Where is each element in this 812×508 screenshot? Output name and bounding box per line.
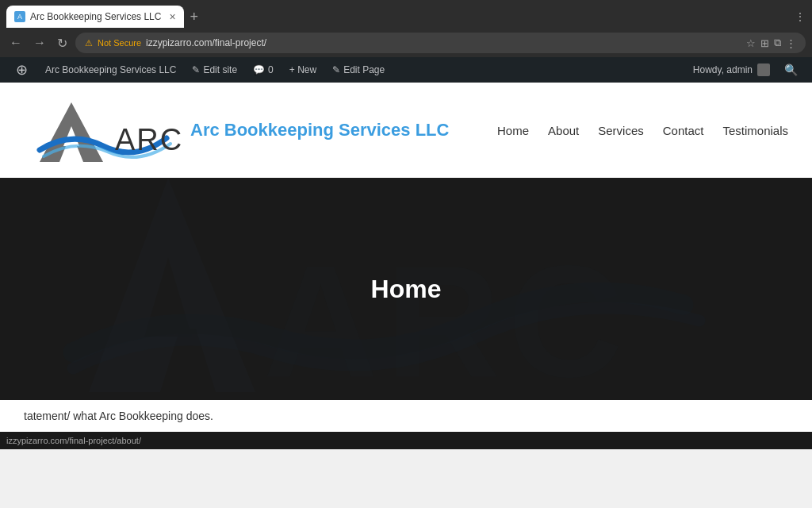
wp-comments-count: 0 (268, 64, 274, 75)
site-header: ARC Arc Bookkeeping Services LLC Home Ab… (0, 83, 812, 178)
wp-site-name-label: Arc Bookkeeping Services LLC (45, 64, 176, 75)
wp-edit-site-label: Edit site (203, 64, 237, 75)
forward-button[interactable]: → (30, 34, 49, 52)
reload-button[interactable]: ↻ (54, 34, 71, 52)
wp-admin-bar: ⊕ Arc Bookkeeping Services LLC ✎ Edit si… (0, 57, 812, 83)
address-bar[interactable]: ⚠ Not Secure izzypizarro.com/final-proje… (75, 33, 806, 53)
tab-title: Arc Bookkeeping Services LLC (30, 11, 161, 22)
tab-bar: A Arc Bookkeeping Services LLC × + ⋮ (0, 0, 812, 29)
svg-text:ARC: ARC (263, 233, 630, 400)
tab-close-button[interactable]: × (169, 10, 175, 23)
nav-about[interactable]: About (548, 124, 579, 137)
comments-icon: 💬 (253, 64, 265, 75)
address-bar-row: ← → ↻ ⚠ Not Secure izzypizarro.com/final… (0, 29, 812, 57)
hero-section: ARC Home (0, 178, 812, 400)
wp-search-button[interactable]: 🔍 (778, 64, 804, 76)
not-secure-label: Not Secure (98, 38, 141, 48)
browser-more-icon[interactable]: ⋮ (786, 37, 796, 49)
logo-section: ARC (24, 94, 182, 166)
wp-new-item[interactable]: + New (282, 57, 324, 83)
bookmark-icon[interactable]: ☆ (746, 37, 756, 49)
nav-home[interactable]: Home (497, 124, 529, 137)
hero-heading: Home (371, 275, 442, 304)
wordpress-icon: ⊕ (16, 61, 28, 79)
wp-comments-item[interactable]: 💬 0 (245, 57, 282, 83)
split-view-icon[interactable]: ⧉ (774, 37, 781, 49)
status-url: izzypizarro.com/final-project/about/ (6, 436, 141, 445)
back-button[interactable]: ← (6, 34, 25, 52)
nav-testimonials[interactable]: Testimonials (722, 124, 788, 137)
howdy-section[interactable]: Howdy, admin (685, 64, 778, 76)
extensions-icon[interactable]: ⊞ (760, 37, 769, 49)
wp-edit-page-item[interactable]: ✎ Edit Page (324, 57, 393, 83)
site-title: Arc Bookkeeping Services LLC (190, 120, 449, 140)
tab-bar-menu-icon[interactable]: ⋮ (795, 10, 806, 23)
svg-text:ARC: ARC (115, 123, 182, 156)
url-text: izzypizarro.com/final-project/ (146, 37, 741, 48)
howdy-text: Howdy, admin (693, 64, 753, 75)
address-bar-icons: ☆ ⊞ ⧉ ⋮ (746, 37, 796, 49)
nav-contact[interactable]: Contact (663, 124, 704, 137)
tab-favicon: A (14, 11, 25, 22)
tab-bar-end: ⋮ (198, 10, 806, 23)
nav-services[interactable]: Services (598, 124, 644, 137)
wp-logo-item[interactable]: ⊕ (8, 57, 37, 83)
wp-edit-page-label: Edit Page (343, 64, 385, 75)
wp-site-name-item[interactable]: Arc Bookkeeping Services LLC (37, 57, 184, 83)
wp-new-label: + New (289, 64, 316, 75)
page-content-preview: tatement/ what Arc Bookkeeping does. (0, 400, 812, 432)
user-avatar (757, 64, 770, 76)
site-logo: ARC (24, 94, 182, 166)
edit-site-icon: ✎ (192, 64, 200, 75)
security-icon: ⚠ (85, 38, 93, 48)
website-content: ARC Arc Bookkeeping Services LLC Home Ab… (0, 83, 812, 432)
edit-page-icon: ✎ (332, 64, 340, 75)
main-navigation: Home About Services Contact Testimonials (497, 124, 788, 137)
status-bar: izzypizarro.com/final-project/about/ (0, 432, 812, 449)
browser-tab[interactable]: A Arc Bookkeeping Services LLC × (6, 6, 184, 28)
browser-chrome: A Arc Bookkeeping Services LLC × + ⋮ ← →… (0, 0, 812, 57)
new-tab-button[interactable]: + (190, 9, 199, 25)
page-content-text: tatement/ what Arc Bookkeeping does. (24, 410, 213, 422)
wp-edit-site-item[interactable]: ✎ Edit site (184, 57, 245, 83)
